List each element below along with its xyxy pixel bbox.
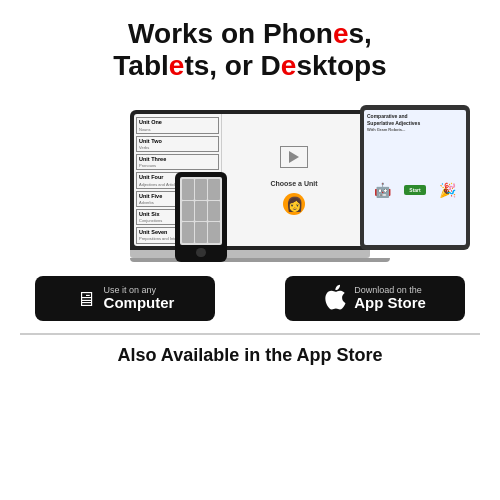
laptop-screen: Unit OneNouns Unit TwoVerbs Unit ThreePr… [130,110,370,250]
appstore-big-label: App Store [354,295,426,312]
unit-item: Unit TwoVerbs [136,136,219,152]
also-available-text: Also Available in the App Store [20,333,480,366]
phone-cell [195,222,207,242]
headline-highlight-e3: e [281,50,297,81]
phone-screen [180,177,222,244]
devices-area: Unit OneNouns Unit TwoVerbs Unit ThreePr… [20,92,480,262]
computer-big-label: Computer [104,295,175,312]
computer-icon: 🖥 [76,289,96,309]
choose-unit-label: Choose a Unit [270,180,317,187]
phone-cell [208,179,220,199]
phone-cell [182,201,194,221]
laptop-base [130,250,370,258]
phone-grid [182,179,220,242]
laptop-main-area: Choose a Unit 👩 [222,114,366,246]
headline-highlight-e2: e [169,50,185,81]
appstore-button-text: Download on the App Store [354,286,426,312]
phone-cell [208,201,220,221]
unit-item: Unit OneNouns [136,117,219,133]
buttons-row: 🖥 Use it on any Computer Download on the… [20,276,480,321]
phone-device [175,172,227,262]
phone-outer [175,172,227,262]
phone-cell [195,201,207,221]
tablet-screen: Comparative and Superlative Adjectives W… [364,110,466,245]
character-image: 👩 [283,193,305,215]
headline: Works on Phones, Tablets, or Desktops [113,18,386,82]
apple-icon [324,284,346,313]
tablet-content: 🤖 Start 🎉 [367,137,463,243]
play-triangle [289,151,299,163]
robot-icon: 🤖 [374,182,391,198]
tablet-header: Comparative and Superlative Adjectives W… [367,113,463,133]
phone-home-button [196,248,206,258]
headline-highlight-e1: e [333,18,349,49]
play-icon [280,146,308,168]
computer-button-text: Use it on any Computer [104,286,175,312]
phone-cell [195,179,207,199]
tablet-device: Comparative and Superlative Adjectives W… [360,105,470,250]
phone-cell [182,222,194,242]
computer-button[interactable]: 🖥 Use it on any Computer [35,276,215,321]
laptop-screen-inner: Unit OneNouns Unit TwoVerbs Unit ThreePr… [134,114,366,246]
character-icon: 🎉 [439,182,456,198]
unit-item: Unit ThreePronouns [136,154,219,170]
appstore-button[interactable]: Download on the App Store [285,276,465,321]
phone-cell [208,222,220,242]
tablet-outer: Comparative and Superlative Adjectives W… [360,105,470,250]
laptop-foot [130,258,390,262]
laptop-device: Unit OneNouns Unit TwoVerbs Unit ThreePr… [130,110,370,262]
start-button[interactable]: Start [404,185,425,195]
phone-cell [182,179,194,199]
